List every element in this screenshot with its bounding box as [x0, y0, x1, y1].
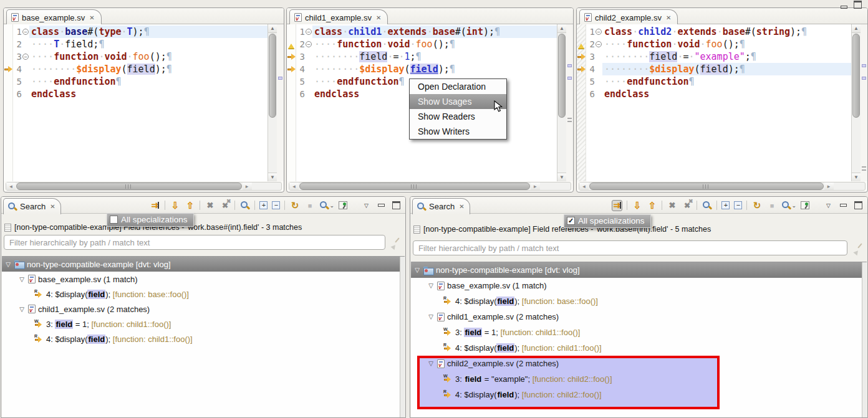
tab-search[interactable]: Search ✕: [412, 198, 470, 214]
expander-icon[interactable]: ▽: [4, 261, 12, 268]
clear-filter-icon[interactable]: [392, 237, 402, 247]
close-icon[interactable]: ✕: [376, 14, 381, 21]
fold-minus-icon[interactable]: −: [596, 41, 602, 47]
maximize-editor-area-icon[interactable]: [853, 2, 862, 9]
code-line[interactable]: ····function·void·foo();¶: [29, 50, 268, 63]
code-line[interactable]: ········field·=·"example";¶: [602, 50, 851, 63]
scroll-up-icon[interactable]: ▲: [268, 24, 277, 33]
clear-filter-icon[interactable]: [854, 243, 864, 253]
scroll-left-icon[interactable]: ◂: [6, 183, 16, 190]
code-line[interactable]: endclass: [602, 88, 851, 100]
code-line[interactable]: endclass: [29, 88, 268, 100]
occurrence-overview-mark[interactable]: [567, 77, 572, 80]
rerun-search-button[interactable]: ↻: [751, 200, 762, 211]
expander-icon[interactable]: ▽: [427, 313, 435, 320]
view-menu-button[interactable]: ▽: [823, 200, 834, 211]
scroll-right-icon[interactable]: ▸: [824, 183, 834, 190]
show-specializations-button[interactable]: ⇉: [612, 200, 622, 211]
next-match-button[interactable]: ⇩: [170, 200, 180, 211]
filter-input[interactable]: [4, 235, 385, 250]
scrollbar-thumb[interactable]: [589, 183, 824, 190]
tree-row-match[interactable]: R4: $display(field); [function: base::fo…: [411, 293, 867, 309]
tab-search[interactable]: Search ✕: [3, 198, 61, 214]
show-specializations-button[interactable]: ⇉: [150, 200, 160, 211]
cancel-search-button[interactable]: ■: [304, 200, 315, 211]
filter-input[interactable]: [413, 240, 847, 255]
menu-item-show-usages[interactable]: Show Usages: [410, 94, 506, 109]
expand-all-button[interactable]: +: [721, 201, 730, 209]
code-line[interactable]: ····function·void·foo();¶: [312, 38, 557, 50]
scroll-right-icon[interactable]: ▸: [243, 183, 252, 190]
vertical-scrollbar[interactable]: ▲ ▼: [557, 24, 566, 181]
tree-row-match[interactable]: R4: $display(field); [function: base::fo…: [2, 287, 405, 302]
menu-item-open-declaration[interactable]: Open Declaration: [410, 79, 506, 94]
all-specializations-toggle[interactable]: All specializations: [107, 213, 194, 227]
maximize-view-button[interactable]: [853, 200, 864, 211]
code-editor[interactable]: class·base#(type·T);¶····T·field;¶····fu…: [29, 24, 268, 181]
previous-match-button[interactable]: ⇧: [185, 200, 195, 211]
tree-row-match[interactable]: W3: field = 1; [function: child1::foo()]: [2, 316, 405, 331]
tree-row-match[interactable]: R4: $display(field); [function: child1::…: [411, 340, 867, 356]
code-line[interactable]: ····endfunction¶: [602, 75, 851, 88]
scroll-left-icon[interactable]: ◂: [289, 183, 299, 190]
editor-tab[interactable]: child2_example.sv ✕: [579, 9, 678, 25]
collapse-all-button[interactable]: −: [734, 201, 742, 209]
minimize-view-button[interactable]: [376, 200, 387, 211]
rerun-search-button[interactable]: ↻: [289, 200, 300, 211]
tree-scrollbar[interactable]: [400, 257, 405, 417]
previous-search-results-button[interactable]: [239, 200, 250, 211]
checkbox-unchecked-icon[interactable]: [110, 216, 118, 224]
scroll-down-icon[interactable]: ▼: [268, 173, 277, 181]
occurrence-overview-mark[interactable]: [862, 64, 866, 67]
fold-minus-icon[interactable]: −: [22, 29, 29, 35]
close-icon[interactable]: ✕: [666, 14, 671, 21]
code-line[interactable]: class·base#(type·T);¶: [29, 26, 268, 38]
tree-row-project[interactable]: ▽non-type-compatible-example [dvt: vlog]: [2, 257, 405, 272]
fold-minus-icon[interactable]: −: [596, 29, 602, 35]
tree-row-file[interactable]: ▽child1_example.sv (2 matches): [411, 309, 867, 325]
next-match-button[interactable]: ⇩: [632, 200, 642, 211]
expand-all-button[interactable]: +: [259, 201, 268, 209]
all-specializations-toggle[interactable]: ✓ All specializations: [564, 214, 651, 228]
code-line[interactable]: class·child2·extends·base#(string);¶: [602, 26, 851, 38]
menu-item-show-readers[interactable]: Show Readers: [410, 109, 506, 124]
remove-selected-matches-button[interactable]: ✖: [667, 200, 677, 211]
scrollbar-thumb[interactable]: [558, 34, 566, 118]
tree-row-file[interactable]: ▽child2_example.sv (2 matches): [411, 356, 867, 371]
occurrence-overview-mark[interactable]: [567, 64, 572, 67]
fold-minus-icon[interactable]: −: [22, 54, 29, 60]
code-line[interactable]: ····T·field;¶: [29, 38, 268, 50]
scrollbar-thumb[interactable]: [16, 183, 242, 190]
fold-minus-icon[interactable]: −: [306, 29, 312, 35]
expander-icon[interactable]: ▽: [427, 282, 435, 289]
fold-minus-icon[interactable]: −: [306, 41, 312, 47]
code-line[interactable]: ········$display(field);¶: [312, 63, 557, 75]
scroll-down-icon[interactable]: ▼: [852, 173, 861, 181]
editor-tab[interactable]: child1_example.sv ✕: [289, 9, 388, 25]
editor-tab[interactable]: base_example.sv ✕: [6, 9, 102, 25]
previous-match-button[interactable]: ⇧: [647, 200, 657, 211]
code-editor[interactable]: class·child2·extends·base#(string);¶····…: [602, 24, 851, 181]
maximize-view-button[interactable]: [391, 200, 402, 211]
close-icon[interactable]: ✕: [89, 14, 94, 21]
code-line[interactable]: ········$display(field);¶: [602, 63, 851, 75]
horizontal-scrollbar[interactable]: ◂ ▸: [579, 182, 866, 191]
checkbox-checked-icon[interactable]: ✓: [567, 217, 575, 225]
scroll-left-icon[interactable]: ◂: [579, 183, 589, 190]
collapse-all-button[interactable]: −: [272, 201, 280, 209]
code-line[interactable]: ····endfunction¶: [29, 75, 268, 88]
vertical-scrollbar[interactable]: ▲ ▼: [851, 24, 861, 181]
scrollbar-thumb[interactable]: [299, 183, 530, 190]
code-line[interactable]: ········$display(field);¶: [29, 63, 268, 75]
scrollbar-thumb[interactable]: [852, 34, 860, 118]
close-icon[interactable]: ✕: [50, 203, 55, 210]
expander-icon[interactable]: ▽: [18, 306, 26, 313]
expander-icon[interactable]: ▽: [413, 267, 421, 273]
horizontal-scrollbar[interactable]: ◂ ▸: [6, 182, 282, 191]
code-line[interactable]: ····function·void·foo();¶: [602, 38, 851, 50]
tree-row-file[interactable]: ▽base_example.sv (1 match): [2, 272, 405, 287]
pin-search-view-button[interactable]: [801, 201, 809, 209]
remove-all-matches-button[interactable]: ✖✖: [219, 200, 230, 211]
previous-search-results-button[interactable]: [702, 200, 712, 211]
scroll-down-icon[interactable]: ▼: [557, 173, 566, 181]
